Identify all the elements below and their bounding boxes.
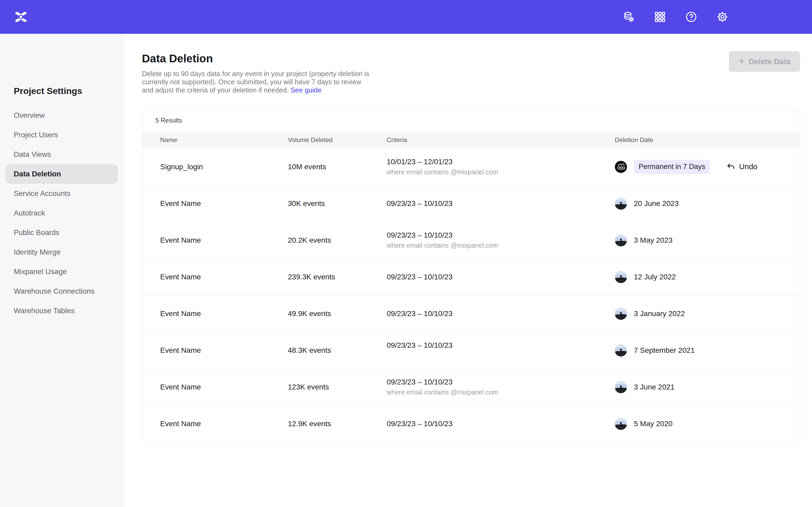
criteria-subtext: where email contains @mixpanel.com	[387, 388, 615, 396]
deletion-date-text: 5 May 2020	[634, 419, 672, 428]
cell-volume: 239.3K events	[288, 273, 387, 281]
criteria-range: 09/23/23 – 10/10/23	[387, 273, 615, 281]
cell-volume: 123K events	[288, 383, 387, 391]
criteria-range: 09/23/23 – 10/10/23	[387, 378, 615, 386]
cell-deletion-date: 7 September 2021	[615, 344, 800, 356]
sidebar-item-mixpanel-usage[interactable]: Mixpanel Usage	[0, 262, 123, 281]
cell-deletion-date: 3 June 2021	[615, 381, 800, 393]
sidebar-item-service-accounts[interactable]: Service Accounts	[0, 184, 123, 203]
table-row: Event Name 123K events 09/23/23 – 10/10/…	[142, 369, 800, 405]
sidebar: Project Settings Overview Project Users …	[0, 34, 123, 507]
topbar	[0, 0, 812, 34]
plus-icon: +	[739, 56, 745, 66]
data-management-icon[interactable]	[623, 11, 635, 23]
cell-name: Event Name	[160, 200, 288, 208]
deletion-date-text: 7 September 2021	[634, 346, 695, 355]
table-header: Name Volume Deleted Criteria Deletion Da…	[142, 131, 800, 149]
cell-name: Event Name	[160, 273, 288, 281]
cell-volume: 30K events	[288, 200, 387, 208]
cell-deletion-date: Permanent in 7 Days Undo	[615, 160, 800, 174]
table-row: Signup_login 10M events 10/01/23 – 12/01…	[142, 149, 800, 185]
cell-criteria: 09/23/23 – 10/10/23	[387, 200, 615, 208]
table-row: Event Name 48.3K events 09/23/23 – 10/10…	[142, 332, 800, 369]
cell-criteria: 09/23/23 – 10/10/23 where email contains…	[387, 378, 615, 396]
column-header-volume-deleted: Volume Deleted	[288, 136, 387, 144]
cell-criteria: 09/23/23 – 10/10/23	[387, 341, 615, 360]
settings-gear-icon[interactable]	[716, 11, 728, 23]
cell-volume: 49.9K events	[288, 309, 387, 318]
main-content: Data Deletion Delete up to 90 days data …	[123, 34, 812, 507]
avatar	[615, 307, 627, 320]
cell-volume: 20.2K events	[288, 236, 387, 244]
table-row: Event Name 30K events 09/23/23 – 10/10/2…	[142, 185, 800, 222]
cell-name: Event Name	[160, 383, 288, 391]
cell-volume: 10M events	[288, 163, 387, 171]
cell-volume: 12.9K events	[288, 419, 387, 428]
cell-criteria: 09/23/23 – 10/10/23	[387, 273, 615, 281]
criteria-range: 09/23/23 – 10/10/23	[387, 419, 615, 428]
avatar	[615, 381, 627, 393]
deletion-date-text: 3 June 2021	[634, 383, 674, 391]
page-title: Data Deletion	[142, 52, 800, 65]
undo-button[interactable]: Undo	[726, 162, 757, 171]
cell-deletion-date: 20 June 2023	[615, 198, 800, 210]
undo-label: Undo	[739, 162, 757, 171]
delete-data-button-label: Delete Data	[749, 57, 791, 66]
criteria-range: 09/23/23 – 10/10/23	[387, 309, 615, 318]
sidebar-item-warehouse-tables[interactable]: Warehouse Tables	[0, 301, 123, 321]
criteria-range: 10/01/23 – 12/01/23	[387, 158, 615, 166]
criteria-subtext: where email contains @mixpanel.com	[387, 242, 615, 249]
cell-criteria: 09/23/23 – 10/10/23 where email contains…	[387, 231, 615, 249]
criteria-range: 09/23/23 – 10/10/23	[387, 200, 615, 208]
table-row: Event Name 12.9K events 09/23/23 – 10/10…	[142, 405, 800, 442]
criteria-subtext: where email contains @mixpanel.com	[387, 168, 615, 176]
column-header-name: Name	[160, 136, 288, 144]
cell-name: Signup_login	[160, 163, 288, 171]
cell-deletion-date: 3 January 2022	[615, 307, 800, 320]
criteria-range: 09/23/23 – 10/10/23	[387, 341, 615, 350]
mixpanel-logo-icon[interactable]	[15, 11, 27, 22]
cell-deletion-date: 5 May 2020	[615, 418, 800, 430]
help-icon[interactable]	[685, 11, 697, 23]
undo-icon	[726, 162, 735, 171]
column-header-deletion-date: Deletion Date	[615, 136, 800, 144]
see-guide-link[interactable]: See guide	[291, 86, 321, 94]
sidebar-item-public-boards[interactable]: Public Boards	[0, 223, 123, 242]
deletion-requests-card: 5 Results Name Volume Deleted Criteria D…	[142, 109, 800, 442]
table-row: Event Name 239.3K events 09/23/23 – 10/1…	[142, 259, 800, 295]
avatar	[615, 198, 627, 210]
sidebar-item-project-users[interactable]: Project Users	[0, 125, 123, 145]
deletion-date-text: 3 May 2023	[634, 236, 672, 244]
sidebar-item-overview[interactable]: Overview	[0, 106, 123, 125]
cell-name: Event Name	[160, 346, 288, 355]
deletion-date-text: 3 January 2022	[634, 309, 685, 318]
cell-criteria: 09/23/23 – 10/10/23	[387, 419, 615, 428]
cell-name: Event Name	[160, 309, 288, 318]
sidebar-item-warehouse-connections[interactable]: Warehouse Connections	[0, 281, 123, 301]
delete-data-button[interactable]: + Delete Data	[729, 51, 800, 72]
avatar	[615, 234, 627, 246]
table-row: Event Name 20.2K events 09/23/23 – 10/10…	[142, 222, 800, 259]
criteria-range: 09/23/23 – 10/10/23	[387, 231, 615, 239]
column-header-criteria: Criteria	[387, 136, 615, 144]
deletion-date-text: 20 June 2023	[634, 200, 679, 208]
apps-grid-icon[interactable]	[654, 11, 666, 23]
cell-volume: 48.3K events	[288, 346, 387, 355]
sidebar-title: Project Settings	[0, 86, 123, 96]
sidebar-item-identity-merge[interactable]: Identity Merge	[0, 242, 123, 262]
page-description-text: Delete up to 90 days data for any event …	[142, 70, 369, 94]
cell-deletion-date: 3 May 2023	[615, 234, 800, 246]
sidebar-item-data-deletion[interactable]: Data Deletion	[5, 164, 118, 184]
cell-name: Event Name	[160, 236, 288, 244]
criteria-subtext	[387, 352, 615, 360]
cell-criteria: 10/01/23 – 12/01/23 where email contains…	[387, 158, 615, 176]
sidebar-item-autotrack[interactable]: Autotrack	[0, 203, 123, 223]
page-description: Delete up to 90 days data for any event …	[142, 70, 374, 94]
sidebar-item-data-views[interactable]: Data Views	[0, 145, 123, 164]
avatar	[615, 344, 627, 356]
cell-criteria: 09/23/23 – 10/10/23	[387, 309, 615, 318]
status-badge: Permanent in 7 Days	[634, 160, 710, 174]
avatar	[615, 271, 627, 283]
cell-deletion-date: 12 July 2022	[615, 271, 800, 283]
avatar	[615, 418, 627, 430]
